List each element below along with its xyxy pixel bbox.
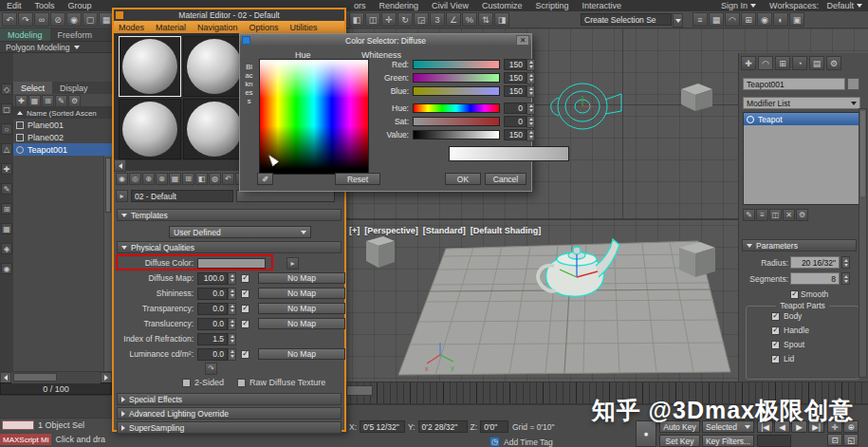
percent-snap-icon[interactable]: % [462, 12, 477, 27]
transparency-map-button[interactable]: No Map [258, 303, 345, 314]
shininess-enable-checkbox[interactable]: ✓ [241, 289, 249, 298]
tab-select[interactable]: Select [13, 82, 52, 94]
ior-field[interactable]: 1.5 [197, 333, 228, 345]
workspaces-dropdown[interactable]: Workspaces: Default [766, 0, 865, 11]
maxscript-mini-listener-field[interactable] [2, 420, 34, 430]
box-object-left[interactable] [366, 236, 395, 268]
sample-type-icon[interactable]: ▸ [116, 190, 128, 202]
explorer-tool-icon-7[interactable]: ⊞ [1, 203, 12, 214]
menu-navigation[interactable]: Navigation [193, 23, 243, 32]
reset-button[interactable]: Reset [335, 173, 380, 185]
diffuse-map-amount-field[interactable]: 100.0 [197, 272, 228, 285]
translucency-enable-checkbox[interactable]: ✓ [241, 320, 249, 328]
explorer-tool-icon-1[interactable]: ◇ [1, 84, 12, 95]
red-value-field[interactable]: 150 [504, 59, 526, 70]
shininess-field[interactable]: 0.0 [197, 288, 228, 300]
segments-field[interactable]: 8 [790, 272, 840, 285]
shininess-spinner[interactable] [228, 288, 236, 300]
show-end-result-icon[interactable]: ≡ [756, 209, 768, 221]
zoom-extents-icon[interactable]: ⊡ [827, 434, 842, 446]
go-to-parent-icon[interactable]: ↶ [222, 173, 234, 185]
green-value-field[interactable]: 150 [504, 72, 526, 84]
handle-checkbox[interactable]: ✓ [771, 326, 780, 335]
diffuse-color-options-icon[interactable]: ▸ [286, 257, 299, 270]
explorer-vertical-scrollbar[interactable] [103, 156, 112, 371]
scroll-left-icon[interactable] [114, 159, 126, 172]
time-slider-readout[interactable]: 0 / 100 [0, 382, 112, 395]
tab-display[interactable]: Display [52, 82, 96, 94]
translucency-spinner[interactable] [228, 318, 236, 330]
scroll-right-icon[interactable] [101, 372, 112, 383]
value-value-field[interactable]: 150 [504, 129, 526, 140]
redo-icon[interactable]: ↷ [18, 12, 33, 27]
menu-interactive[interactable]: Interactive [575, 0, 628, 11]
diffuse-color-swatch[interactable] [197, 258, 266, 269]
put-to-library-icon[interactable]: ⊞ [182, 173, 194, 185]
display-tab-icon[interactable]: ▤ [809, 56, 824, 70]
value-slider[interactable] [413, 130, 500, 140]
menu-group[interactable]: Group [62, 0, 99, 11]
put-to-scene-icon[interactable]: ◎ [129, 173, 141, 185]
whiteness-output-bar[interactable] [449, 146, 569, 161]
modifier-list-dropdown[interactable]: Modifier List [743, 97, 860, 109]
viewport-menu-renderer[interactable]: [Standard] [423, 226, 466, 235]
sat-spinner[interactable] [526, 116, 535, 128]
tab-freeform[interactable]: Freeform [50, 28, 101, 41]
material-name-field[interactable]: 02 - Default [131, 190, 233, 202]
angle-snap-icon[interactable]: ∠ [446, 12, 461, 27]
object-name-field[interactable]: Teapot001 [743, 78, 845, 90]
orbit-icon[interactable]: ◱ [843, 434, 859, 446]
lid-checkbox[interactable]: ✓ [771, 355, 780, 363]
sample-slot-1-active[interactable] [119, 36, 181, 97]
transparency-spinner[interactable] [228, 303, 236, 315]
transparency-enable-checkbox[interactable]: ✓ [241, 305, 249, 313]
menu-modifiers-partial[interactable]: ors [347, 0, 373, 11]
menu-customize[interactable]: Customize [475, 0, 529, 11]
make-unique-icon[interactable]: ◫ [769, 209, 782, 221]
diffuse-map-spinner[interactable] [228, 272, 236, 285]
spout-checkbox[interactable]: ✓ [771, 341, 780, 349]
menu-utilities[interactable]: Utilities [286, 23, 323, 32]
create-tab-icon[interactable]: ✚ [741, 56, 756, 70]
remove-modifier-icon[interactable]: ✕ [783, 209, 795, 221]
x-coordinate-field[interactable]: 0'5 12/32" [360, 420, 405, 433]
templates-dropdown[interactable]: User Defined [169, 226, 311, 238]
shininess-map-button[interactable]: No Map [258, 288, 345, 299]
edit-icon[interactable]: ✎ [55, 95, 67, 107]
green-spinner[interactable] [526, 72, 535, 84]
schematic-view-icon[interactable]: ⊞ [741, 12, 756, 27]
menu-material[interactable]: Material [151, 23, 191, 32]
red-spinner[interactable] [526, 59, 535, 71]
configure-stack-icon[interactable]: ⚙ [796, 209, 808, 221]
sat-slider[interactable] [413, 117, 500, 126]
cancel-button[interactable]: Cancel [485, 173, 526, 185]
spinner-snap-icon[interactable]: ⇅ [478, 12, 493, 27]
menu-rendering[interactable]: Rendering [373, 0, 426, 11]
menu-modes[interactable]: Modes [114, 23, 149, 32]
curve-editor-icon[interactable]: ◠ [725, 12, 740, 27]
window-crossing-icon[interactable]: ◫ [365, 12, 380, 27]
material-editor-titlebar[interactable]: Material Editor - 02 - Default [114, 9, 344, 21]
wireframe-teapot-object[interactable] [548, 72, 624, 140]
blue-slider[interactable] [413, 86, 500, 96]
explorer-tool-icon-8[interactable]: ▦ [1, 223, 12, 234]
command-panel-scrollbar[interactable] [859, 108, 867, 378]
move-tool-icon[interactable]: ✛ [381, 12, 397, 27]
value-spinner[interactable] [526, 129, 535, 141]
box-object-top-view[interactable] [677, 80, 715, 114]
radius-spinner[interactable] [841, 256, 850, 269]
explorer-tool-icon-9[interactable]: ◈ [1, 243, 12, 254]
explorer-horizontal-scrollbar[interactable] [0, 371, 112, 382]
rotate-tool-icon[interactable]: ↻ [397, 12, 413, 27]
explorer-tool-icon-5[interactable]: ✚ [1, 163, 12, 175]
sample-slot-3[interactable] [119, 99, 181, 159]
physical-qualities-rollout[interactable]: Physical Qualities [117, 241, 342, 253]
render-setup-icon[interactable]: ◐ [773, 12, 788, 27]
hue-slider[interactable] [413, 103, 500, 113]
menu-civil-view[interactable]: Civil View [425, 0, 475, 11]
viewport-menu-shading[interactable]: [Default Shading] [471, 226, 542, 235]
modify-tab-icon[interactable]: ◠ [758, 56, 773, 70]
align-icon[interactable]: ≡ [693, 12, 708, 27]
hue-spinner[interactable] [526, 102, 535, 115]
object-color-swatch[interactable] [847, 78, 859, 90]
